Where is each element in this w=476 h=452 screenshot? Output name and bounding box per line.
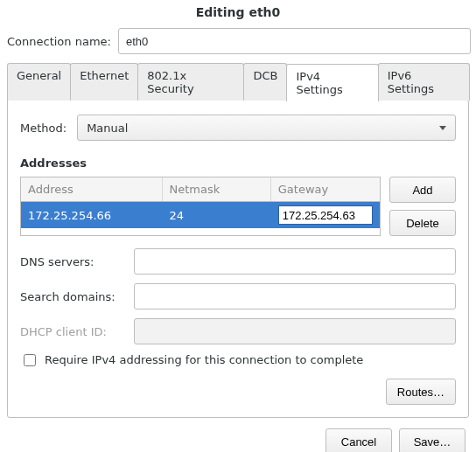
method-value: Manual — [87, 122, 128, 135]
col-gateway: Gateway — [271, 177, 380, 201]
connection-name-label: Connection name: — [5, 35, 111, 48]
dns-servers-label: DNS servers: — [20, 255, 127, 268]
gateway-input[interactable] — [278, 205, 373, 225]
dns-servers-input[interactable] — [134, 248, 456, 275]
delete-button[interactable]: Delete — [389, 210, 456, 236]
tab-ipv4-settings[interactable]: IPv4 Settings — [286, 64, 378, 101]
dhcp-client-id-input — [134, 318, 456, 344]
connection-name-input[interactable] — [118, 28, 471, 54]
routes-button[interactable]: Routes… — [386, 379, 456, 405]
add-button[interactable]: Add — [389, 177, 456, 203]
addresses-heading: Addresses — [20, 156, 456, 170]
editor-window: Editing eth0 Connection name: General Et… — [0, 0, 476, 452]
col-address: Address — [21, 177, 163, 201]
ipv4-panel: Method: Manual Addresses Address Netmask… — [7, 100, 469, 418]
search-domains-label: Search domains: — [20, 290, 127, 303]
cancel-button[interactable]: Cancel — [326, 428, 392, 452]
tab-ipv6-settings[interactable]: IPv6 Settings — [378, 63, 470, 101]
method-select[interactable]: Manual — [77, 115, 456, 141]
window-title: Editing eth0 — [0, 0, 476, 28]
save-button[interactable]: Save… — [399, 428, 466, 452]
tab-bar: General Ethernet 802.1x Security DCB IPv… — [7, 63, 469, 101]
tab-ethernet[interactable]: Ethernet — [70, 63, 138, 101]
require-ipv4-label: Require IPv4 addressing for this connect… — [45, 353, 363, 366]
table-row[interactable]: 172.25.254.66 24 — [21, 202, 380, 228]
address-table: Address Netmask Gateway 172.25.254.66 24 — [20, 177, 381, 236]
require-ipv4-checkbox[interactable] — [24, 354, 36, 366]
cell-address: 172.25.254.66 — [21, 202, 163, 228]
chevron-down-icon — [439, 126, 446, 130]
dhcp-client-id-label: DHCP client ID: — [20, 325, 127, 338]
cell-netmask: 24 — [163, 202, 271, 228]
tab-general[interactable]: General — [7, 63, 71, 101]
search-domains-input[interactable] — [134, 283, 456, 309]
tab-dcb[interactable]: DCB — [243, 63, 287, 101]
method-label: Method: — [20, 122, 66, 135]
tab-8021x-security[interactable]: 802.1x Security — [137, 63, 244, 101]
col-netmask: Netmask — [163, 177, 271, 201]
